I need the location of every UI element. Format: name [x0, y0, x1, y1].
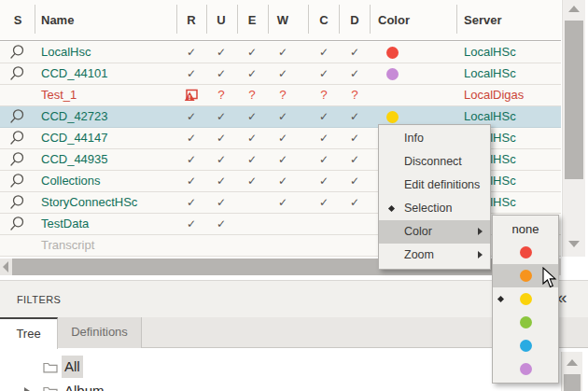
check-icon: ✓ — [238, 149, 266, 170]
column-header-w[interactable]: W — [269, 0, 297, 40]
column-header-c[interactable]: C — [310, 0, 338, 40]
filters-title: FILTERS — [17, 281, 61, 318]
row-name: TestData — [41, 214, 89, 234]
check-icon: ✓ — [238, 128, 266, 148]
check-icon: ✓ — [310, 63, 338, 84]
orange-color-swatch — [520, 270, 532, 282]
scroll-thumb[interactable] — [565, 21, 583, 179]
submenu-item-violet[interactable] — [493, 357, 558, 381]
search-icon[interactable] — [8, 44, 27, 62]
search-icon[interactable] — [8, 108, 27, 126]
menu-item-disconnect[interactable]: Disconnect — [379, 150, 490, 174]
row-name: CCD_44101 — [41, 63, 108, 84]
question-icon: ? — [238, 85, 266, 105]
row-name: Transcript — [41, 235, 94, 256]
folder-icon — [43, 384, 58, 391]
column-divider — [268, 5, 269, 34]
submenu-item-none[interactable]: none — [493, 217, 558, 241]
tree-item-all[interactable]: All — [0, 356, 561, 378]
vertical-scrollbar[interactable] — [562, 0, 585, 257]
color-submenu: none — [492, 215, 559, 384]
check-icon: ✓ — [177, 42, 205, 63]
check-icon: ✓ — [341, 63, 369, 84]
row-name: CCD_44935 — [41, 149, 108, 170]
submenu-arrow-icon — [478, 228, 483, 235]
menu-item-zoom[interactable]: Zoom — [379, 244, 490, 267]
green-color-swatch — [520, 316, 532, 328]
check-icon: ✓ — [310, 106, 338, 127]
column-header-e[interactable]: E — [238, 0, 266, 40]
scroll-up-icon[interactable] — [568, 6, 580, 12]
check-icon: ✓ — [177, 171, 205, 191]
check-icon: ✓ — [310, 171, 338, 191]
row-name: Test_1 — [41, 85, 77, 105]
tab-tree[interactable]: Tree — [0, 317, 58, 349]
search-icon[interactable] — [8, 130, 27, 147]
warning-icon: ! — [177, 88, 205, 105]
tree-vertical-scrollbar[interactable] — [561, 352, 582, 391]
tree-item-album[interactable]: Album — [0, 380, 561, 391]
svg-text:!: ! — [189, 93, 191, 102]
submenu-item-red[interactable] — [493, 241, 558, 264]
search-icon[interactable] — [8, 65, 27, 83]
check-icon: ✓ — [207, 192, 235, 213]
row-name: CCD_44147 — [41, 128, 108, 148]
tree-scroll-up-icon[interactable] — [567, 359, 578, 366]
submenu-arrow-icon — [478, 251, 483, 258]
check-icon: ✓ — [310, 192, 338, 213]
column-header-u[interactable]: U — [207, 0, 235, 40]
search-icon[interactable] — [8, 216, 27, 233]
check-icon: ✓ — [177, 149, 205, 170]
search-icon[interactable] — [8, 194, 27, 212]
column-divider — [370, 5, 371, 34]
server-name: LocalDigas — [464, 85, 524, 105]
check-icon: ✓ — [341, 106, 369, 127]
question-icon: ? — [269, 85, 297, 105]
search-icon[interactable] — [8, 173, 27, 190]
menu-item-selection[interactable]: Selection — [379, 197, 490, 220]
column-header-name[interactable]: Name — [41, 0, 74, 40]
column-header-s[interactable]: S — [4, 0, 32, 40]
tab-definitions[interactable]: Definitions — [58, 317, 142, 348]
check-icon: ✓ — [207, 63, 235, 84]
check-icon: ✓ — [269, 128, 297, 148]
filter-tree: AllAlbum — [0, 348, 561, 391]
check-icon: ✓ — [269, 42, 297, 63]
check-icon: ✓ — [207, 214, 235, 234]
column-header-d[interactable]: D — [341, 0, 369, 40]
menu-item-edit-definitions[interactable]: Edit definitions — [379, 174, 490, 197]
check-icon: ✓ — [177, 63, 205, 84]
check-icon: ✓ — [310, 149, 338, 170]
selected-bullet-icon — [388, 205, 395, 212]
submenu-item-green[interactable] — [493, 311, 558, 334]
column-header-server[interactable]: Server — [464, 0, 501, 40]
menu-item-info[interactable]: Info — [379, 127, 490, 150]
check-icon: ✓ — [341, 192, 369, 213]
tree-item-label: All — [62, 356, 83, 378]
column-header-r[interactable]: R — [177, 0, 205, 40]
scroll-left-button[interactable] — [0, 258, 12, 275]
check-icon: ✓ — [269, 149, 297, 170]
search-icon[interactable] — [8, 151, 27, 169]
scroll-left-icon — [3, 261, 8, 272]
check-icon: ✓ — [269, 63, 297, 84]
tree-scroll-thumb[interactable] — [564, 374, 581, 391]
check-icon: ✓ — [207, 106, 235, 127]
question-icon: ? — [341, 85, 369, 105]
check-icon: ✓ — [341, 128, 369, 148]
server-name: LocalHSc — [464, 42, 516, 63]
scroll-down-icon[interactable] — [568, 241, 580, 247]
expand-arrow-icon[interactable] — [24, 387, 30, 391]
table-row-test-1[interactable]: Test_1!?????LocalDigas — [0, 85, 561, 106]
column-header-color[interactable]: Color — [378, 0, 410, 40]
yellow-color-swatch — [520, 293, 532, 305]
server-name: LocalHSc — [464, 63, 516, 84]
column-divider — [206, 5, 207, 34]
menu-item-color[interactable]: Color — [379, 220, 490, 244]
table-row-localhsc[interactable]: LocalHsc✓✓✓✓✓✓LocalHSc — [0, 42, 561, 63]
submenu-item-blue[interactable] — [493, 334, 558, 357]
check-icon: ✓ — [207, 171, 235, 191]
check-icon: ✓ — [177, 128, 205, 148]
table-row-ccd-44101[interactable]: CCD_44101✓✓✓✓✓✓LocalHSc — [0, 63, 561, 85]
check-icon: ✓ — [269, 192, 297, 213]
